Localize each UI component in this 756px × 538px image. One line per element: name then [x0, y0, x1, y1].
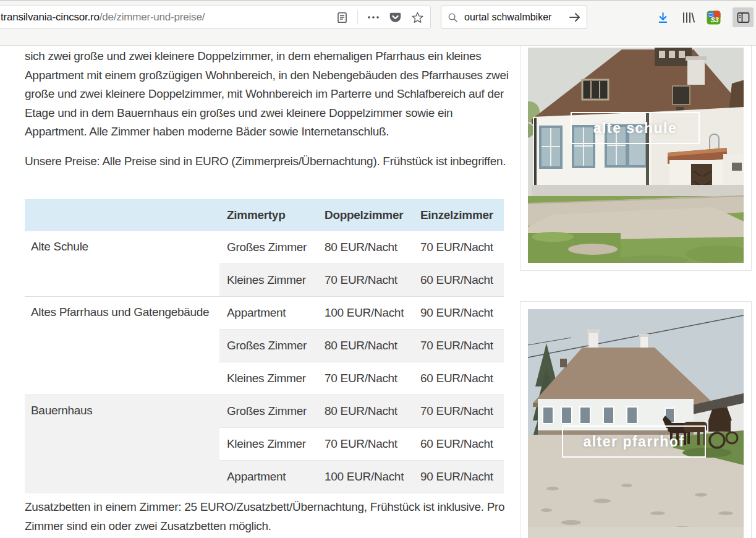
card-alte-schule[interactable]: alte schule	[520, 40, 752, 271]
alter-pfarrhof-photo[interactable]: alter pfarrhof	[528, 309, 744, 538]
cell-room-type: Kleines Zimmer	[219, 428, 317, 461]
search-icon	[448, 12, 458, 23]
pocket-icon[interactable]	[389, 11, 402, 24]
price-table: Zimmertyp Doppelzimmer Einzelzimmer Alte…	[25, 199, 504, 493]
bookmark-star-icon[interactable]	[411, 11, 424, 24]
urlbar-separator	[357, 11, 358, 24]
search-bar[interactable]	[441, 6, 587, 29]
cell-double-price: 100 EUR/Nacht	[317, 461, 413, 493]
alter-pfarrhof-label: alter pfarrhof	[562, 425, 706, 458]
search-input[interactable]	[463, 11, 563, 23]
cell-room-type: Appartment	[219, 461, 317, 493]
s3-extension-icon[interactable]: S3	[707, 11, 721, 25]
svg-text:S3: S3	[711, 16, 719, 23]
cell-single-price: 60 EUR/Nacht	[413, 428, 504, 461]
alte-schule-label-text: alte schule	[593, 120, 677, 137]
cell-double-price: 70 EUR/Nacht	[317, 428, 413, 461]
alter-pfarrhof-label-text: alter pfarrhof	[583, 433, 684, 450]
cell-single-price: 70 EUR/Nacht	[413, 395, 504, 428]
cell-single-price: 60 EUR/Nacht	[413, 362, 504, 395]
header-room-type: Zimmertyp	[219, 199, 317, 231]
intro-paragraph: sich zwei große und zwei kleinere Doppel…	[25, 47, 514, 142]
header-double-room: Doppelzimmer	[317, 199, 413, 231]
cell-building: Alte Schule	[25, 231, 219, 297]
cell-single-price: 90 EUR/Nacht	[413, 297, 504, 330]
browser-toolbar: transilvania-cincsor.ro/de/zimmer-und-pr…	[0, 0, 756, 46]
table-row: Alte Schule Großes Zimmer 80 EUR/Nacht 7…	[25, 231, 504, 264]
url-text: transilvania-cincsor.ro/de/zimmer-und-pr…	[1, 11, 336, 23]
toolbar-right-icons: S3	[656, 6, 754, 29]
cell-double-price: 100 EUR/Nacht	[317, 297, 413, 330]
card-alter-pfarrhof[interactable]: alter pfarrhof	[520, 301, 752, 538]
cell-room-type: Appartment	[219, 297, 317, 330]
prices-intro-paragraph: Unsere Preise: Alle Preise sind in EURO …	[25, 152, 514, 171]
cell-building: Bauernhaus	[25, 395, 219, 493]
sidebar-toggle-button[interactable]	[733, 7, 754, 27]
url-bar[interactable]: transilvania-cincsor.ro/de/zimmer-und-pr…	[0, 6, 431, 29]
cell-room-type: Großes Zimmer	[219, 231, 317, 264]
header-building	[25, 199, 219, 231]
alte-schule-photo[interactable]: alte schule	[528, 48, 744, 263]
header-single-room: Einzelzimmer	[413, 199, 504, 231]
search-go-arrow-icon[interactable]	[568, 11, 582, 23]
cell-single-price: 60 EUR/Nacht	[413, 264, 504, 297]
table-row: Altes Pfarrhaus und Gatengebäude Appartm…	[25, 297, 504, 330]
page-actions-dots-icon[interactable]	[367, 12, 380, 22]
cell-double-price: 80 EUR/Nacht	[317, 330, 413, 362]
cell-room-type: Kleines Zimmer	[219, 264, 317, 297]
table-header-row: Zimmertyp Doppelzimmer Einzelzimmer	[25, 199, 504, 231]
downloads-icon[interactable]	[656, 11, 669, 24]
cell-double-price: 80 EUR/Nacht	[317, 395, 413, 428]
table-row: Bauernhaus Großes Zimmer 80 EUR/Nacht 70…	[25, 395, 504, 428]
cell-room-type: Großes Zimmer	[219, 395, 317, 428]
cell-room-type: Kleines Zimmer	[219, 362, 317, 395]
cell-double-price: 70 EUR/Nacht	[317, 362, 413, 395]
cell-single-price: 70 EUR/Nacht	[413, 231, 504, 264]
library-icon[interactable]	[681, 11, 695, 24]
cell-single-price: 70 EUR/Nacht	[413, 330, 504, 362]
url-domain: transilvania-cincsor.ro	[1, 11, 100, 23]
browser-window: transilvania-cincsor.ro/de/zimmer-und-pr…	[0, 0, 756, 538]
extra-beds-paragraph: Zusatzbetten in einem Zimmer: 25 EURO/Zu…	[25, 498, 514, 536]
cell-double-price: 70 EUR/Nacht	[317, 264, 413, 297]
cell-single-price: 90 EUR/Nacht	[413, 461, 504, 493]
alte-schule-label: alte schule	[571, 112, 700, 144]
reader-mode-icon[interactable]	[336, 12, 348, 23]
url-path: /de/zimmer-und-preise/	[100, 11, 205, 23]
cell-double-price: 80 EUR/Nacht	[317, 231, 413, 264]
cell-room-type: Großes Zimmer	[219, 330, 317, 362]
cell-building: Altes Pfarrhaus und Gatengebäude	[25, 297, 219, 395]
